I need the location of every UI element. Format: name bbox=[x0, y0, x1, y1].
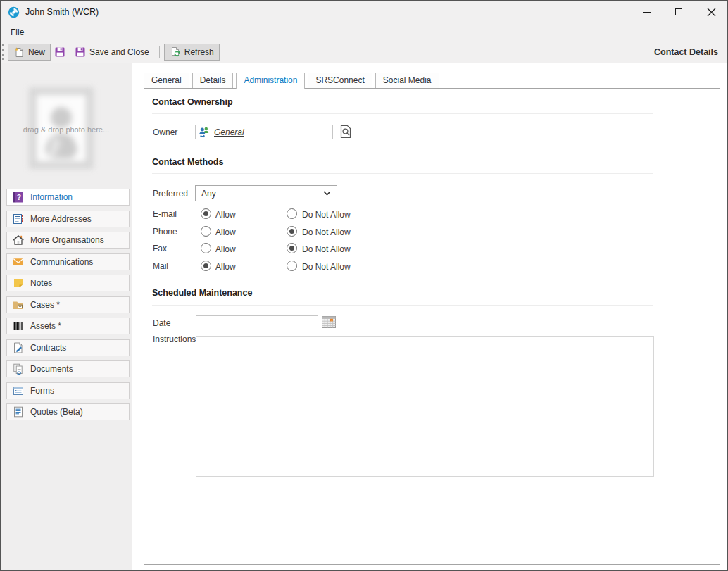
do-not-allow-radio[interactable] bbox=[287, 208, 297, 219]
owner-lookup-button[interactable] bbox=[339, 125, 353, 139]
sidebar-item-communications[interactable]: Communications bbox=[6, 253, 130, 270]
contract-icon bbox=[12, 341, 25, 354]
date-picker-button[interactable] bbox=[322, 316, 336, 329]
chevron-down-icon bbox=[323, 191, 331, 196]
section-heading-contact-methods: Contact Methods bbox=[152, 157, 223, 167]
instructions-textarea[interactable] bbox=[196, 336, 654, 477]
svg-text:?: ? bbox=[17, 193, 21, 201]
allow-radio[interactable] bbox=[201, 226, 211, 237]
date-input[interactable] bbox=[196, 315, 318, 330]
tab-label: Social Media bbox=[383, 75, 432, 85]
sidebar-item-documents[interactable]: Documents bbox=[6, 360, 130, 377]
do-not-allow-label: Do Not Allow bbox=[302, 262, 351, 272]
tab-general[interactable]: General bbox=[144, 73, 189, 89]
quote-icon bbox=[12, 406, 25, 418]
maximize-button[interactable] bbox=[663, 1, 695, 23]
new-button[interactable]: New bbox=[8, 44, 51, 61]
section-divider bbox=[152, 305, 653, 306]
owner-value-link[interactable]: General bbox=[214, 127, 244, 137]
sidebar-item-quotes[interactable]: Quotes (Beta) bbox=[6, 403, 130, 420]
refresh-button[interactable]: Refresh bbox=[164, 44, 220, 61]
method-label: Mail bbox=[153, 261, 168, 271]
information-icon: ? bbox=[12, 191, 25, 203]
method-label: E-mail bbox=[153, 209, 177, 219]
refresh-label: Refresh bbox=[184, 47, 214, 57]
tab-label: General bbox=[151, 75, 182, 85]
app-window: John Smith (WCR) File bbox=[0, 0, 728, 571]
sidebar-item-more-organisations[interactable]: More Organisations bbox=[6, 232, 130, 249]
method-label: Phone bbox=[153, 227, 177, 237]
preferred-selected-value: Any bbox=[201, 189, 323, 199]
owner-field[interactable]: General bbox=[195, 125, 333, 139]
menubar: File bbox=[1, 23, 727, 42]
contact-method-row-fax: Fax Allow Do Not Allow bbox=[144, 241, 720, 256]
save-button[interactable] bbox=[51, 44, 69, 61]
house-icon bbox=[12, 234, 25, 246]
minimize-button[interactable] bbox=[630, 1, 663, 23]
new-document-icon bbox=[13, 46, 25, 58]
tab-details[interactable]: Details bbox=[192, 73, 234, 89]
menu-file[interactable]: File bbox=[6, 25, 29, 39]
sidebar-item-forms[interactable]: Forms bbox=[6, 382, 130, 399]
app-logo-icon bbox=[8, 6, 20, 18]
address-book-icon bbox=[12, 213, 25, 225]
sidebar-item-label: Forms bbox=[30, 386, 54, 396]
tab-label: Details bbox=[200, 75, 226, 85]
do-not-allow-radio[interactable] bbox=[287, 243, 297, 253]
contact-method-row-phone: Phone Allow Do Not Allow bbox=[144, 225, 720, 239]
section-heading-contact-ownership: Contact Ownership bbox=[152, 97, 233, 107]
owner-label: Owner bbox=[153, 127, 177, 137]
do-not-allow-label: Do Not Allow bbox=[302, 210, 351, 220]
sidebar-item-label: Documents bbox=[30, 364, 73, 374]
tab-srsconnect[interactable]: SRSConnect bbox=[308, 73, 372, 89]
do-not-allow-radio[interactable] bbox=[287, 261, 297, 271]
note-icon bbox=[12, 277, 25, 289]
calendar-icon bbox=[322, 316, 336, 329]
sidebar-item-label: Information bbox=[30, 192, 73, 202]
envelope-icon bbox=[12, 256, 25, 268]
allow-radio[interactable] bbox=[201, 243, 211, 253]
preferred-label: Preferred bbox=[153, 189, 188, 199]
photo-drop-zone[interactable]: drag & drop photo here... bbox=[1, 69, 132, 189]
section-heading-scheduled-maintenance: Scheduled Maintenance bbox=[152, 288, 252, 298]
save-and-close-button[interactable]: Save and Close bbox=[69, 44, 155, 61]
maximize-icon bbox=[675, 8, 682, 15]
toolbar-grip[interactable] bbox=[2, 44, 4, 60]
minimize-icon bbox=[643, 12, 651, 13]
left-pane: drag & drop photo here... ? Information bbox=[1, 63, 132, 570]
section-divider bbox=[152, 113, 653, 114]
close-icon bbox=[707, 8, 716, 17]
documents-icon bbox=[12, 363, 25, 375]
sidebar-item-label: Communications bbox=[30, 257, 93, 267]
context-title: Contact Details bbox=[654, 47, 718, 57]
close-button[interactable] bbox=[695, 1, 727, 23]
window-title: John Smith (WCR) bbox=[25, 7, 99, 17]
allow-label: Allow bbox=[215, 244, 236, 254]
sidebar-item-notes[interactable]: Notes bbox=[6, 275, 130, 291]
sidebar-item-information[interactable]: ? Information bbox=[6, 189, 130, 206]
contact-method-row-mail: Mail Allow Do Not Allow bbox=[144, 259, 720, 273]
sidebar-item-assets[interactable]: Assets * bbox=[6, 318, 130, 334]
folder-icon bbox=[12, 299, 25, 311]
tab-social-media[interactable]: Social Media bbox=[375, 73, 439, 89]
allow-radio[interactable] bbox=[201, 261, 211, 271]
instructions-label: Instructions bbox=[153, 334, 196, 344]
tab-label: SRSConnect bbox=[315, 75, 364, 85]
sidebar-item-label: Cases * bbox=[30, 300, 60, 310]
tab-administration[interactable]: Administration bbox=[236, 73, 305, 89]
team-icon bbox=[199, 126, 210, 138]
contact-method-row-email: E-mail Allow Do Not Allow bbox=[144, 207, 720, 221]
sidebar-item-label: Quotes (Beta) bbox=[30, 407, 83, 417]
allow-radio[interactable] bbox=[201, 208, 211, 219]
do-not-allow-radio[interactable] bbox=[287, 226, 297, 237]
section-divider bbox=[152, 173, 653, 174]
toolbar: New Save and Close bbox=[1, 42, 727, 63]
barcode-icon bbox=[12, 320, 25, 332]
allow-label: Allow bbox=[215, 262, 236, 272]
sidebar-item-more-addresses[interactable]: More Addresses bbox=[6, 211, 130, 227]
sidebar-item-cases[interactable]: Cases * bbox=[6, 296, 130, 313]
preferred-select[interactable]: Any bbox=[195, 185, 337, 201]
sidebar-item-contracts[interactable]: Contracts bbox=[6, 339, 130, 356]
method-label: Fax bbox=[153, 244, 167, 253]
allow-label: Allow bbox=[215, 227, 236, 237]
